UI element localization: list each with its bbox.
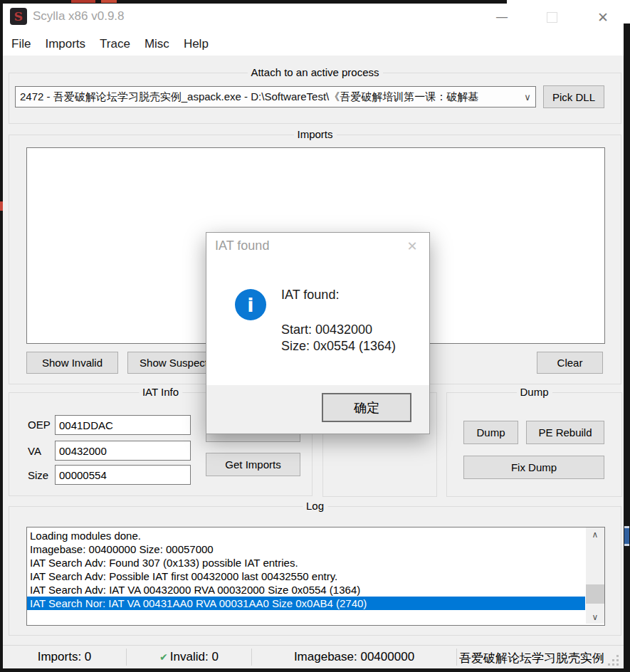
log-lines: Loading modules done. Imagebase: 0040000… — [27, 529, 585, 610]
get-imports-button[interactable]: Get Imports — [206, 453, 300, 476]
maximize-icon — [547, 12, 557, 23]
log-group-label: Log — [303, 500, 327, 512]
dump-group-label: Dump — [516, 386, 552, 398]
close-icon: ✕ — [406, 238, 417, 254]
imports-group-label: Imports — [293, 128, 336, 140]
status-imports: Imports: 0 — [3, 650, 126, 664]
status-invalid: ✔Invalid: 0 — [127, 650, 251, 664]
chevron-down-icon: ∨ — [520, 92, 535, 103]
show-invalid-button[interactable]: Show Invalid — [26, 352, 118, 374]
menu-file[interactable]: File — [6, 34, 36, 54]
dialog-message-title: IAT found: — [281, 288, 339, 303]
dialog-footer: 确定 — [206, 385, 429, 434]
minimize-button[interactable]: — — [485, 4, 518, 31]
dialog-close-button[interactable]: ✕ — [398, 236, 426, 257]
scylla-screenshot: S Scylla x86 v0.9.8 — ✕ File Imports Tra… — [0, 0, 630, 672]
menu-help[interactable]: Help — [178, 34, 214, 54]
log-line[interactable]: IAT Search Adv: Possible IAT first 00432… — [27, 569, 585, 583]
va-label: VA — [28, 445, 41, 457]
desktop-artifact — [101, 0, 117, 3]
pe-rebuild-button[interactable]: PE Rebuild — [526, 421, 604, 444]
fix-dump-button[interactable]: Fix Dump — [463, 456, 604, 479]
log-line[interactable]: IAT Search Adv: Found 307 (0x133) possib… — [27, 556, 585, 569]
clear-button[interactable]: Clear — [537, 352, 603, 374]
ok-button[interactable]: 确定 — [322, 393, 411, 422]
log-scrollbar[interactable]: ∧ ∨ — [586, 527, 604, 624]
desktop-artifact — [71, 0, 95, 3]
close-button[interactable]: ✕ — [585, 4, 621, 31]
menu-misc[interactable]: Misc — [139, 34, 175, 54]
close-icon: ✕ — [597, 9, 609, 26]
window-title: Scylla x86 v0.9.8 — [33, 9, 125, 23]
logo-letter: S — [14, 9, 23, 23]
log-line[interactable]: Imagebase: 00400000 Size: 00057000 — [27, 542, 585, 556]
desktop-icon-fragment — [624, 526, 629, 546]
log-line[interactable]: IAT Search Adv: IAT VA 00432000 RVA 0003… — [27, 583, 585, 597]
va-input[interactable] — [55, 441, 191, 461]
oep-input[interactable] — [55, 415, 191, 435]
log-line[interactable]: Loading modules done. — [27, 529, 585, 542]
dump-group: Dump Dump PE Rebuild Fix Dump — [446, 392, 622, 497]
oep-label: OEP — [28, 419, 51, 431]
menu-trace[interactable]: Trace — [94, 34, 136, 54]
process-combobox[interactable]: 2472 - 吾爱破解论坛学习脱壳实例_aspack.exe - D:\Soft… — [15, 86, 536, 107]
dialog-start-line: Start: 00432000 — [281, 322, 372, 337]
log-group: Log Loading modules done. Imagebase: 004… — [9, 506, 621, 636]
status-invalid-text: Invalid: 0 — [170, 650, 219, 663]
scroll-down-icon[interactable]: ∨ — [586, 610, 604, 624]
dump-button[interactable]: Dump — [463, 421, 518, 444]
iat-info-group-label: IAT Info — [139, 386, 182, 398]
attach-process-group: Attach to an active process 2472 - 吾爱破解论… — [9, 73, 621, 124]
dialog-size-line: Size: 0x0554 (1364) — [281, 339, 396, 354]
status-bar: Imports: 0 ✔Invalid: 0 Imagebase: 004000… — [3, 645, 624, 668]
dialog-title: IAT found — [215, 238, 269, 253]
log-line-selected[interactable]: IAT Search Nor: IAT VA 00431AA0 RVA 0003… — [27, 597, 585, 610]
size-input[interactable] — [55, 465, 191, 485]
info-icon: i — [235, 289, 266, 320]
scrollbar-thumb[interactable] — [586, 584, 604, 604]
iat-found-dialog: IAT found ✕ i IAT found: Start: 00432000… — [206, 232, 430, 434]
status-separator — [456, 649, 457, 666]
status-module-note: 吾爱破解论坛学习脱壳实例 — [459, 650, 621, 666]
menu-bar: File Imports Trace Misc Help — [3, 32, 624, 56]
menu-imports[interactable]: Imports — [39, 34, 91, 54]
process-combobox-value: 2472 - 吾爱破解论坛学习脱壳实例_aspack.exe - D:\Soft… — [16, 90, 520, 104]
maximize-button[interactable] — [535, 4, 568, 31]
log-listbox[interactable]: Loading modules done. Imagebase: 0040000… — [26, 527, 605, 626]
scroll-up-icon[interactable]: ∧ — [586, 527, 604, 541]
check-icon: ✔ — [159, 651, 168, 663]
resize-grip[interactable] — [608, 655, 619, 666]
attach-group-label: Attach to an active process — [247, 66, 382, 78]
status-imagebase: Imagebase: 00400000 — [252, 650, 456, 664]
minimize-icon: — — [496, 11, 508, 23]
pick-dll-button[interactable]: Pick DLL — [543, 85, 604, 108]
scylla-logo-icon: S — [10, 8, 27, 25]
size-label: Size — [28, 469, 48, 481]
info-letter: i — [247, 294, 253, 316]
